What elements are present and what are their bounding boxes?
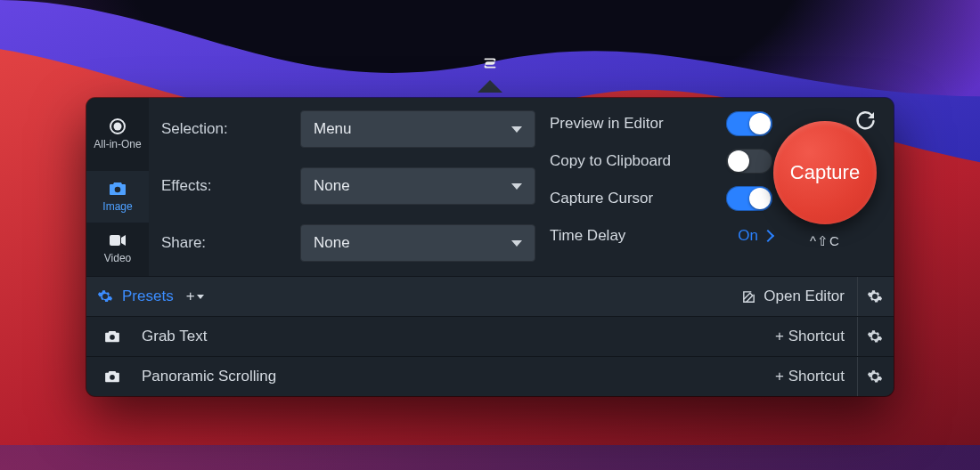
form-area: Selection: Menu Effects: None Share: Non… [149, 98, 550, 276]
chevron-down-icon [511, 183, 522, 190]
delay-link[interactable]: On [738, 227, 772, 245]
options-area: Preview in Editor Copy to Clipboard Capt… [550, 98, 894, 276]
add-shortcut-button[interactable]: + Shortcut [775, 328, 845, 345]
camera-icon [108, 181, 127, 197]
clipboard-toggle[interactable] [726, 149, 772, 174]
share-label: Share: [161, 234, 286, 252]
target-icon [108, 118, 127, 134]
svg-point-4 [110, 335, 115, 340]
mode-all-in-one-label: All-in-One [94, 138, 141, 150]
svg-point-5 [110, 375, 115, 380]
cursor-label: Capture Cursor [550, 190, 653, 207]
app-glyph-icon[interactable] [478, 52, 502, 75]
presets-settings-button[interactable] [857, 277, 883, 316]
capture-panel: All-in-One Image Video [86, 98, 894, 396]
share-dropdown[interactable]: None [300, 224, 535, 262]
menubar-anchor [478, 52, 502, 93]
share-value: None [314, 234, 350, 252]
preset-name: Panoramic Scrolling [142, 368, 775, 385]
selection-dropdown[interactable]: Menu [300, 110, 535, 148]
effects-dropdown[interactable]: None [300, 167, 535, 205]
capture-button[interactable]: Capture [773, 121, 877, 224]
add-preset-button[interactable]: + [186, 288, 204, 305]
mode-all-in-one[interactable]: All-in-One [86, 98, 149, 171]
add-shortcut-button[interactable]: + Shortcut [775, 368, 845, 385]
chevron-down-icon [511, 126, 522, 133]
preset-row[interactable]: Grab Text + Shortcut [86, 316, 894, 356]
open-editor-label: Open Editor [764, 288, 845, 305]
svg-point-2 [115, 187, 121, 193]
presets-gear-icon[interactable] [97, 288, 113, 304]
presets-label[interactable]: Presets [122, 288, 174, 305]
selection-value: Menu [314, 120, 352, 138]
mode-video-label: Video [104, 252, 131, 264]
video-icon [108, 232, 127, 248]
camera-icon [102, 370, 122, 383]
preset-row[interactable]: Panoramic Scrolling + Shortcut [86, 356, 894, 396]
svg-point-1 [114, 123, 122, 131]
capture-label: Capture [790, 161, 860, 184]
mode-image[interactable]: Image [86, 171, 149, 223]
delay-label: Time Delay [550, 227, 625, 245]
preview-label: Preview in Editor [550, 115, 664, 133]
presets-strip: Presets + Open Editor [86, 276, 894, 316]
selection-label: Selection: [161, 120, 286, 138]
toggle-list: Preview in Editor Copy to Clipboard Capt… [550, 110, 772, 276]
preset-settings-button[interactable] [857, 317, 883, 356]
effects-value: None [314, 177, 350, 195]
capture-shortcut: ^⇧C [810, 233, 840, 249]
open-editor-button[interactable]: Open Editor [741, 288, 845, 305]
reset-button[interactable] [854, 110, 876, 132]
mode-video[interactable]: Video [86, 223, 149, 274]
preset-name: Grab Text [142, 328, 775, 345]
chevron-down-icon [197, 295, 204, 299]
cursor-toggle[interactable] [726, 186, 772, 211]
chevron-down-icon [511, 240, 522, 247]
preview-toggle[interactable] [726, 111, 772, 136]
mode-sidebar: All-in-One Image Video [86, 98, 149, 276]
clipboard-label: Copy to Clipboard [550, 152, 671, 170]
panel-pointer [478, 80, 502, 93]
mode-image-label: Image [102, 200, 132, 213]
camera-icon [102, 330, 122, 343]
preset-settings-button[interactable] [857, 357, 883, 396]
edit-icon [741, 289, 756, 304]
svg-rect-3 [110, 235, 120, 246]
effects-label: Effects: [161, 177, 286, 195]
delay-value: On [738, 227, 758, 245]
